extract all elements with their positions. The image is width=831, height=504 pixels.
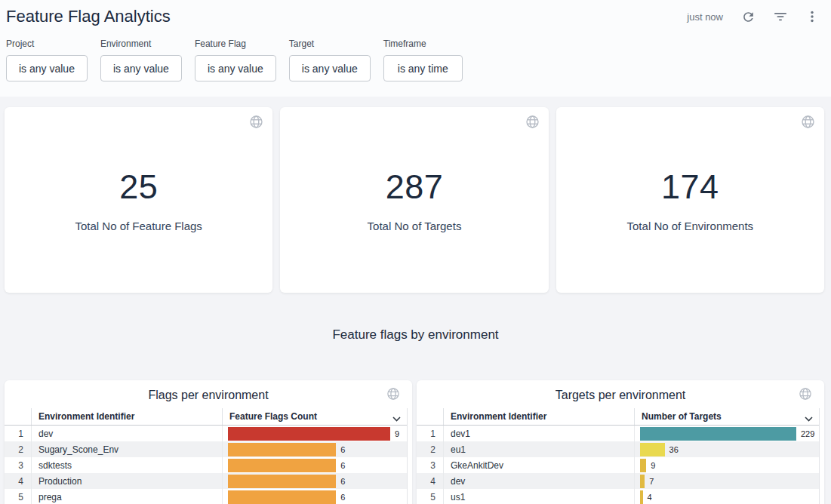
card-title-row: Targets per environment [417,380,824,408]
bar-value-label: 36 [669,445,679,454]
table-row[interactable]: 3sdktests6 [5,457,407,473]
refresh-button[interactable] [741,10,756,24]
environment-identifier-cell[interactable]: dev1 [443,426,634,441]
bar-value-label: 6 [340,445,345,454]
value-cell[interactable]: 9 [634,457,819,473]
bar-value-label: 6 [340,477,345,486]
card-title-row: Flags per environment [5,380,412,408]
chevron-down-icon[interactable] [392,413,401,424]
feature-flag-filter-button[interactable]: is any value [195,55,276,81]
globe-icon [525,115,540,132]
filter-timeframe: Timeframe is any time [383,38,463,81]
row-index: 4 [5,473,31,489]
bar [228,475,336,488]
dashboard-header-area: Feature Flag Analytics just now Proje [0,0,831,97]
title-bar: Feature Flag Analytics just now [0,4,831,29]
value-cell[interactable]: 6 [222,457,407,473]
row-number-header [417,408,443,425]
bar-value-label: 7 [649,477,654,486]
kpi-value: 287 [386,167,444,207]
table-row[interactable]: 2Sugary_Scone_Env6 [5,441,407,457]
kebab-menu-icon [805,10,819,23]
environment-identifier-cell[interactable]: sdktests [31,457,222,473]
filter-project: Project is any value [6,38,88,81]
table-row[interactable]: 5prega6 [5,489,407,504]
value-cell[interactable]: 7 [634,473,819,489]
kpi-value: 25 [119,167,158,207]
table-row[interactable]: 5us14 [417,489,819,504]
bar-value-label: 6 [340,493,345,502]
table-row[interactable]: 1dev9 [5,426,407,441]
bar-value-label: 9 [395,429,399,438]
timeframe-filter-button[interactable]: is any time [383,55,463,81]
bar [640,490,643,504]
chevron-down-icon[interactable] [805,413,813,424]
environment-identifier-header[interactable]: Environment Identifier [31,408,222,425]
section-title: Feature flags by environment [0,327,831,343]
kpi-row: 25 Total No of Feature Flags 287 Total N… [0,97,831,293]
table-row[interactable]: 2eu136 [417,441,819,457]
target-filter-button[interactable]: is any value [289,55,371,81]
table-row[interactable]: 4dev7 [417,473,819,489]
dashboard-menu-button[interactable] [805,10,819,23]
value-cell[interactable]: 9 [222,426,407,441]
globe-icon [799,387,812,404]
flags-per-environment-card: Flags per environment Environment Identi… [5,380,412,504]
bar-value-label: 9 [651,461,655,470]
filter-label: Timeframe [383,38,463,49]
value-cell[interactable]: 36 [634,441,819,457]
kpi-label: Total No of Feature Flags [75,220,202,232]
environment-identifier-header[interactable]: Environment Identifier [443,408,634,425]
bar-value-label: 6 [340,461,345,470]
kpi-card-environments: 174 Total No of Environments [556,107,824,293]
row-number-header [5,408,31,425]
value-cell[interactable]: 4 [634,489,819,504]
table-body: 1dev12292eu1363GkeAnkitDev94dev75us14 [417,426,819,504]
filter-label: Target [289,38,371,49]
globe-icon [801,115,815,132]
globe-icon [249,115,263,132]
value-cell[interactable]: 229 [634,426,819,441]
environment-identifier-cell[interactable]: dev [31,426,222,441]
row-index: 3 [417,457,443,473]
environment-identifier-cell[interactable]: prega [31,489,222,504]
bar [640,427,796,441]
table-body: 1dev92Sugary_Scone_Env63sdktests64Produc… [5,426,407,504]
header-controls: just now [687,10,819,24]
value-cell[interactable]: 6 [222,489,407,504]
filters-toggle-button[interactable] [774,10,787,23]
project-filter-button[interactable]: is any value [6,55,88,81]
row-index: 4 [417,473,443,489]
value-cell[interactable]: 6 [222,441,407,457]
table-header: Environment Identifier Number of Targets [417,408,819,426]
row-index: 2 [5,441,31,457]
table-row[interactable]: 3GkeAnkitDev9 [417,457,819,473]
value-cell[interactable]: 6 [222,473,407,489]
row-index: 2 [417,441,443,457]
environment-identifier-cell[interactable]: GkeAnkitDev [443,457,634,473]
filter-label: Environment [100,38,182,49]
refresh-icon [741,10,756,24]
environment-identifier-cell[interactable]: Production [31,473,222,489]
card-title: Flags per environment [148,389,268,401]
feature-flags-count-header[interactable]: Feature Flags Count [222,408,407,425]
bar [640,459,646,472]
page-title: Feature Flag Analytics [6,7,171,26]
bar-value-label: 229 [801,429,814,438]
bar [640,475,645,488]
row-index: 3 [5,457,31,473]
table-row[interactable]: 1dev1229 [417,426,819,441]
table-row[interactable]: 4Production6 [5,473,407,489]
filter-feature-flag: Feature Flag is any value [195,38,276,81]
bar [640,443,665,456]
environment-identifier-cell[interactable]: us1 [443,489,634,504]
row-index: 5 [417,489,443,504]
environment-filter-button[interactable]: is any value [100,55,182,81]
environment-identifier-cell[interactable]: eu1 [443,441,634,457]
environment-identifier-cell[interactable]: dev [443,473,634,489]
targets-table: Environment Identifier Number of Targets… [417,408,820,504]
environment-identifier-cell[interactable]: Sugary_Scone_Env [31,441,222,457]
number-of-targets-header[interactable]: Number of Targets [634,408,819,425]
filter-label: Project [6,38,88,49]
bar [228,490,336,504]
